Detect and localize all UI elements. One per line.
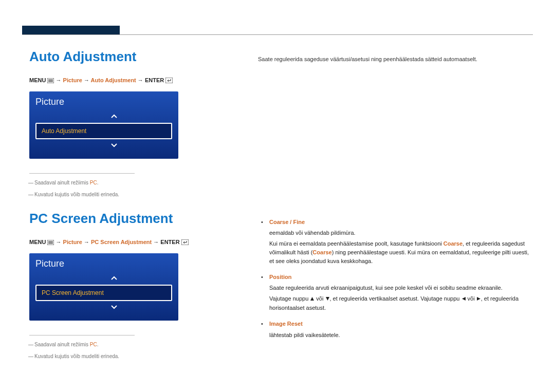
enter-icon: [165, 78, 173, 84]
text-strong: Coarse: [312, 249, 331, 255]
bullet-body: lähtestab pildi vaikesätetele.: [269, 331, 533, 340]
svg-marker-11: [326, 297, 329, 301]
text: või: [314, 295, 325, 302]
note-text: .: [97, 342, 99, 347]
osd-down-arrow[interactable]: [56, 301, 172, 313]
enter-icon: [181, 239, 189, 246]
triangle-up-icon: [310, 295, 314, 304]
menu-icon: [47, 78, 54, 84]
nav-arrow: →: [56, 239, 62, 245]
bullet-title: Image Reset: [269, 321, 303, 327]
text: Vajutage nuppu: [269, 295, 310, 302]
svg-marker-13: [477, 297, 480, 301]
bullet-body: Saate reguleerida arvuti ekraanipaigutus…: [269, 284, 533, 292]
note-text: Saadaval ainult režiimis: [34, 180, 90, 185]
osd-up-arrow[interactable]: [56, 110, 172, 123]
bullet-image-reset: Image Reset lähtestab pildi vaikesätetel…: [258, 320, 533, 339]
nav-path-auto-adjustment: MENU → Picture → Auto Adjustment → ENTER: [29, 77, 212, 84]
nav-enter-label: ENTER: [145, 77, 164, 83]
nav-picture: Picture: [63, 77, 82, 83]
nav-menu-label: MENU: [29, 77, 46, 83]
nav-menu-label: MENU: [29, 239, 46, 245]
nav-arrow: →: [56, 77, 62, 83]
text: või: [466, 295, 476, 302]
header-rule: [22, 34, 533, 35]
divider: [29, 335, 135, 335]
bullet-list: Coarse / Fine eemaldab või vähendab pild…: [258, 218, 533, 340]
bullet-position: Position Saate reguleerida arvuti ekraan…: [258, 273, 533, 312]
bullet-body: Vajutage nuppu või , et reguleerida vert…: [269, 294, 533, 312]
note-pc: PC: [90, 342, 97, 347]
bullet-title: Coarse / Fine: [269, 219, 305, 225]
osd-selected-item[interactable]: Auto Adjustment: [35, 123, 172, 139]
note-pc: PC: [90, 180, 97, 185]
nav-arrow: →: [84, 239, 89, 245]
divider: [29, 173, 135, 174]
svg-marker-12: [462, 297, 466, 301]
nav-arrow: →: [138, 77, 143, 83]
section-title-auto-adjustment: Auto Adjustment: [29, 49, 212, 65]
header-marker: [22, 26, 120, 34]
intro-text: Saate reguleerida sageduse väärtusi/aset…: [258, 55, 533, 64]
nav-pc-screen: PC Screen Adjustment: [91, 239, 152, 245]
nav-enter-label: ENTER: [160, 239, 179, 245]
bullet-body: Kui müra ei eemaldata peenhäälestamise p…: [269, 239, 533, 266]
nav-arrow: →: [153, 239, 159, 245]
section-title-pc-screen-adjustment: PC Screen Adjustment: [29, 211, 212, 227]
nav-auto-adjustment: Auto Adjustment: [91, 77, 136, 83]
nav-path-pc-screen: MENU → Picture → PC Screen Adjustment → …: [29, 239, 212, 246]
osd-selected-item[interactable]: PC Screen Adjustment: [35, 285, 172, 301]
triangle-down-icon: [325, 295, 330, 304]
osd-panel-title: Picture: [35, 97, 172, 107]
osd-down-arrow[interactable]: [56, 139, 172, 152]
svg-marker-10: [310, 297, 314, 301]
note-text: Saadaval ainult režiimis: [34, 342, 90, 347]
osd-panel-pc-screen: Picture PC Screen Adjustment: [29, 253, 178, 321]
nav-arrow: →: [84, 77, 89, 83]
bullet-title: Position: [269, 274, 291, 280]
note-pc-only-1: Saadaval ainult režiimis PC.: [29, 179, 212, 186]
note-image-vary-1: Kuvatud kujutis võib mudeliti erineda.: [29, 191, 212, 198]
bullet-coarse-fine: Coarse / Fine eemaldab või vähendab pild…: [258, 218, 533, 266]
osd-panel-title: Picture: [35, 258, 172, 269]
note-pc-only-2: Saadaval ainult režiimis PC.: [29, 341, 212, 348]
nav-picture: Picture: [63, 239, 82, 245]
text: , et reguleerida vertikaalset asetust. V…: [330, 295, 461, 302]
osd-panel-auto-adjustment: Picture Auto Adjustment: [29, 91, 178, 159]
triangle-left-icon: [461, 295, 466, 304]
bullet-body: eemaldab või vähendab pildimüra.: [269, 229, 533, 237]
text-strong: Coarse: [443, 240, 462, 247]
menu-icon: [47, 240, 54, 246]
triangle-right-icon: [476, 295, 481, 304]
text: Kui müra ei eemaldata peenhäälestamise p…: [269, 240, 443, 247]
note-image-vary-2: Kuvatud kujutis võib mudeliti erineda.: [29, 352, 212, 360]
osd-up-arrow[interactable]: [56, 272, 172, 285]
note-text: .: [97, 180, 99, 185]
